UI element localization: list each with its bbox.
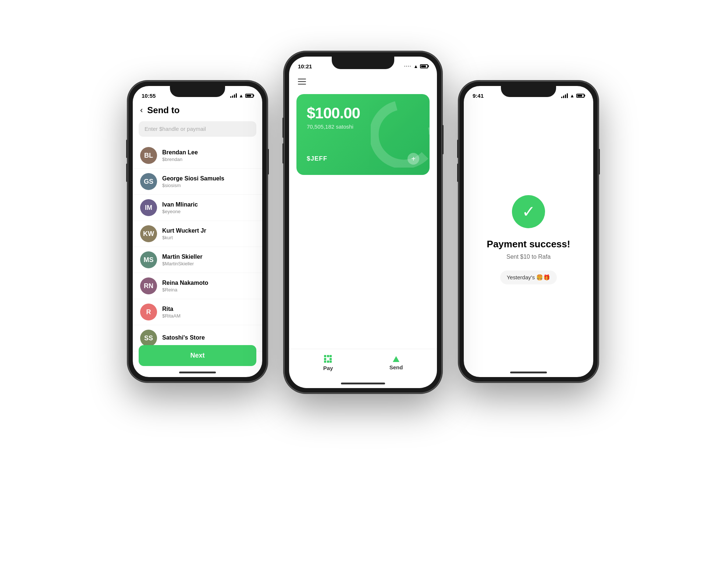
wallet-handle: $JEFF [307, 155, 327, 162]
wifi-icon-left: ▲ [239, 93, 243, 98]
checkmark-icon: ✓ [522, 204, 535, 220]
battery-right [576, 94, 584, 98]
avatar-martin: MS [140, 251, 157, 268]
nav-send-label: Send [389, 364, 403, 370]
contact-brendan[interactable]: BL Brendan Lee $brendan [133, 143, 262, 169]
contact-handle-martin: $MartinSkieller [162, 261, 202, 266]
contact-name-martin: Martin Skieller [162, 254, 202, 260]
send-icon [393, 356, 399, 362]
avatar-reina: RN [140, 277, 157, 294]
contact-ivan[interactable]: IM Ivan Mlinaric $eyeone [133, 195, 262, 221]
notch-right [501, 86, 556, 97]
left-screen: 10:55 ▲ [133, 86, 262, 377]
wifi-icon-right: ▲ [570, 93, 574, 98]
next-button[interactable]: Next [139, 345, 256, 366]
avatar-satoshi: SS [140, 330, 157, 347]
send-to-header: ‹ Send to [133, 102, 262, 121]
home-indicator-right [510, 372, 547, 373]
contact-name-ivan: Ivan Mlinaric [162, 201, 198, 208]
notch-center [332, 57, 394, 69]
hamburger-menu[interactable] [289, 73, 437, 90]
back-button[interactable]: ‹ [140, 105, 143, 115]
phones-container: 10:55 ▲ [106, 37, 620, 551]
avatar-george: GS [140, 173, 157, 190]
vol-down-right [457, 164, 459, 182]
contact-name-brendan: Brendan Lee [162, 149, 198, 156]
vol-up-left [126, 140, 128, 158]
contact-list: BL Brendan Lee $brendan GS George Siosi … [133, 143, 262, 377]
power-right [598, 149, 600, 175]
qr-icon [324, 355, 332, 363]
contact-rita[interactable]: R Rita $RitaAM [133, 299, 262, 325]
bottom-nav: Pay Send [289, 349, 437, 377]
avatar-brendan: BL [140, 147, 157, 164]
power-left [267, 149, 269, 175]
wallet-card: $100.00 70,505,182 satoshi $JEFF + [296, 94, 430, 175]
contact-george[interactable]: GS George Siosi Samuels $siosism [133, 169, 262, 195]
wifi-dots-center: ···· [404, 64, 412, 68]
home-indicator-left [179, 372, 216, 373]
send-to-title: Send to [147, 105, 179, 115]
contact-name-kurt: Kurt Wuckert Jr [162, 227, 206, 234]
contact-reina[interactable]: RN Reina Nakamoto $Reina [133, 273, 262, 299]
vol-down-center [282, 143, 284, 164]
signal-right [561, 93, 568, 98]
contact-handle-kurt: $kurt [162, 235, 206, 240]
home-indicator-center [341, 383, 385, 384]
phone-right: 9:41 ▲ [459, 81, 598, 382]
avatar-ivan: IM [140, 199, 157, 216]
time-right: 9:41 [473, 93, 484, 99]
success-subtitle: Sent $10 to Rafa [506, 254, 551, 260]
time-left: 10:55 [142, 93, 156, 99]
success-screen: ✓ Payment success! Sent $10 to Rafa Yest… [464, 102, 593, 377]
phone-center: 10:21 ···· ▲ [284, 51, 442, 393]
battery-center [420, 64, 428, 68]
vol-down-left [126, 164, 128, 182]
vol-up-center [282, 118, 284, 138]
status-icons-center: ···· ▲ [404, 64, 428, 69]
search-input-container[interactable]: Enter $handle or paymail [139, 121, 256, 137]
right-screen: 9:41 ▲ [464, 86, 593, 377]
power-center [442, 125, 444, 154]
status-icons-left: ▲ [230, 93, 253, 98]
signal-left [230, 93, 237, 98]
notch-left [170, 86, 225, 97]
success-icon: ✓ [512, 195, 545, 228]
nav-pay-label: Pay [323, 365, 333, 371]
contact-name-rita: Rita [162, 306, 181, 312]
wallet-add-button[interactable]: + [408, 153, 419, 165]
avatar-kurt: KW [140, 225, 157, 242]
contact-handle-ivan: $eyeone [162, 209, 198, 214]
contact-name-george: George Siosi Samuels [162, 175, 224, 182]
contact-handle-rita: $RitaAM [162, 313, 181, 319]
contact-name-reina: Reina Nakamoto [162, 280, 208, 286]
center-screen: 10:21 ···· ▲ [289, 57, 437, 388]
contact-handle-brendan: $brendan [162, 157, 198, 162]
status-icons-right: ▲ [561, 93, 584, 98]
battery-left [245, 94, 253, 98]
contact-handle-george: $siosism [162, 183, 224, 188]
nav-pay[interactable]: Pay [323, 355, 333, 371]
contact-kurt[interactable]: KW Kurt Wuckert Jr $kurt [133, 221, 262, 247]
contact-martin[interactable]: MS Martin Skieller $MartinSkieller [133, 247, 262, 273]
wallet-satoshi: 70,505,182 satoshi [307, 123, 419, 130]
phone-left: 10:55 ▲ [128, 81, 267, 382]
wifi-icon-center: ▲ [413, 64, 418, 69]
payment-tag[interactable]: Yesterday's 🍔🎁 [500, 270, 557, 284]
avatar-rita: R [140, 304, 157, 320]
search-placeholder: Enter $handle or paymail [145, 126, 206, 132]
contact-name-satoshi: Satoshi's Store [162, 334, 205, 341]
vol-up-right [457, 140, 459, 158]
success-title: Payment success! [487, 239, 570, 250]
contact-handle-reina: $Reina [162, 287, 208, 293]
nav-send[interactable]: Send [389, 356, 403, 370]
time-center: 10:21 [298, 63, 312, 69]
wallet-amount: $100.00 [307, 104, 419, 122]
